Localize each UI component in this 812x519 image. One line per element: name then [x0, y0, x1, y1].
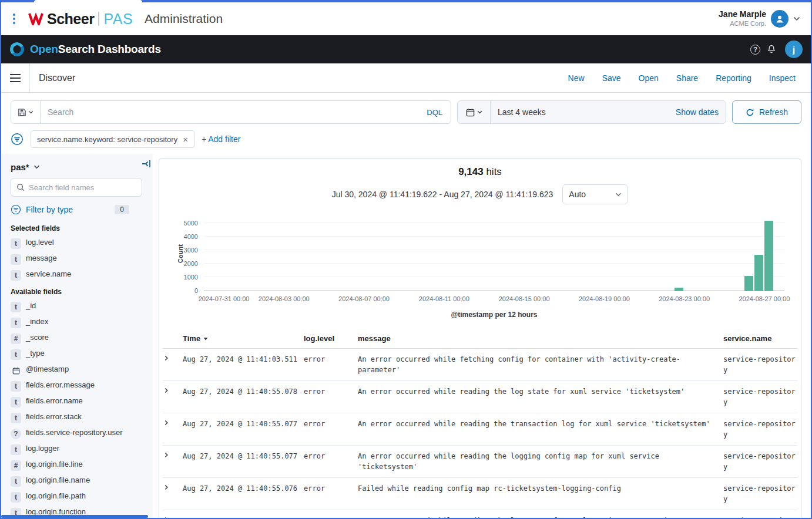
- field-item-log.origin.file.line[interactable]: #log.origin.file.line: [11, 457, 147, 473]
- expand-row-icon[interactable]: [163, 349, 180, 380]
- sidebar-horizontal-scrollbar[interactable]: [1, 515, 148, 518]
- chevron-down-icon[interactable]: [793, 16, 800, 21]
- nav-action-save[interactable]: Save: [602, 73, 621, 83]
- show-dates-link[interactable]: Show dates: [676, 107, 719, 117]
- remove-filter-icon[interactable]: ×: [183, 135, 188, 144]
- gridline: [204, 223, 784, 223]
- nav-action-reporting[interactable]: Reporting: [716, 73, 751, 83]
- field-search-input[interactable]: [29, 183, 136, 192]
- discover-main: 9,143 hits Jul 30, 2024 @ 11:41:19.622 -…: [153, 154, 811, 518]
- user-avatar-icon[interactable]: [771, 10, 788, 28]
- expand-row-icon[interactable]: [163, 381, 180, 413]
- nav-action-open[interactable]: Open: [639, 73, 659, 83]
- filter-set-icon[interactable]: [11, 133, 24, 146]
- filter-by-type-label: Filter by type: [26, 205, 73, 214]
- cell-time: Aug 27, 2024 @ 11:40:55.077: [183, 446, 301, 477]
- column-header-message[interactable]: message: [358, 334, 721, 343]
- filter-count-badge: 0: [115, 205, 129, 214]
- cell-message: An error occurred while reading the logg…: [358, 446, 721, 477]
- field-item-_type[interactable]: t_type: [11, 346, 147, 362]
- field-item-fields.error.stack[interactable]: tfields.error.stack: [11, 410, 147, 426]
- query-language-button[interactable]: DQL: [418, 101, 451, 123]
- kebab-menu-icon[interactable]: [8, 14, 20, 24]
- cell-service-name: service-repository: [723, 478, 797, 510]
- field-item-log.origin.file.path[interactable]: tlog.origin.file.path: [11, 489, 147, 505]
- histogram-bar[interactable]: [675, 288, 683, 291]
- column-header-service-name[interactable]: service.name: [723, 334, 797, 343]
- index-pattern-name: pas*: [11, 162, 29, 172]
- cell-time: Aug 27, 2024 @ 11:41:03.511: [183, 349, 301, 380]
- field-item-service.name[interactable]: tservice.name: [11, 267, 147, 283]
- search-input[interactable]: [41, 101, 418, 123]
- histogram-bar[interactable]: [744, 276, 753, 291]
- histogram-bar[interactable]: [754, 255, 763, 291]
- field-item-_score[interactable]: #_score: [11, 331, 147, 346]
- gridline: [204, 236, 784, 237]
- cell-message: An error occurred while fetching config …: [358, 349, 721, 380]
- osd-user-avatar[interactable]: j: [785, 41, 803, 58]
- menu-icon[interactable]: [1, 63, 30, 92]
- selected-fields-title: Selected fields: [11, 224, 147, 232]
- field-item-log.logger[interactable]: tlog.logger: [11, 442, 147, 457]
- expand-row-icon[interactable]: [163, 510, 180, 518]
- scheer-logo-icon: [28, 12, 43, 25]
- field-item-log.level[interactable]: tlog.level: [11, 235, 147, 251]
- histogram: Count 010002000300040005000 2024-07-31 0…: [169, 216, 784, 319]
- add-filter-button[interactable]: + Add filter: [202, 134, 241, 144]
- expand-row-icon[interactable]: [163, 446, 180, 477]
- field-item-fields.error.name[interactable]: tfields.error.name: [11, 394, 147, 410]
- x-axis-tick: 2024-08-03 00:00: [259, 295, 310, 302]
- interval-select[interactable]: Auto: [562, 184, 628, 204]
- field-item-fields.error.message[interactable]: tfields.error.message: [11, 378, 147, 394]
- index-pattern-select[interactable]: pas*: [11, 160, 147, 177]
- documents-table: Timelog.levelmessageservice.name Aug 27,…: [159, 331, 801, 518]
- field-type-string-icon: t: [11, 302, 21, 312]
- filter-pill[interactable]: service.name.keyword: service-repository…: [31, 130, 194, 148]
- cell-service-name: service-repository: [723, 510, 797, 518]
- column-header-time[interactable]: Time: [183, 334, 301, 343]
- collapse-sidebar-icon[interactable]: [142, 160, 151, 168]
- filter-pills: service.name.keyword: service-repository…: [31, 130, 194, 148]
- y-axis-tick: 5000: [184, 220, 198, 227]
- gridline: [204, 250, 784, 250]
- notifications-icon[interactable]: [766, 44, 777, 55]
- fields-sidebar: pas* Filter by type 0 Se: [1, 154, 153, 518]
- saved-query-button[interactable]: [11, 101, 41, 123]
- field-name: fields.error.message: [26, 380, 95, 390]
- user-menu[interactable]: Jane Marple ACME Corp.: [719, 9, 800, 28]
- date-quick-select-button[interactable]: [458, 101, 491, 123]
- field-item-_index[interactable]: t_index: [11, 315, 147, 331]
- field-type-string-icon: t: [11, 349, 21, 360]
- cell-log-level: error: [304, 478, 355, 510]
- histogram-bar[interactable]: [764, 221, 773, 291]
- filter-by-type-icon: [11, 204, 21, 215]
- column-header-log-level[interactable]: log.level: [304, 334, 355, 343]
- field-type-string-icon: t: [11, 381, 21, 392]
- time-range-value[interactable]: Last 4 weeks: [498, 107, 546, 117]
- nav-action-share[interactable]: Share: [676, 73, 698, 83]
- help-icon[interactable]: ?: [750, 45, 760, 55]
- content: pas* Filter by type 0 Se: [1, 154, 811, 518]
- field-item-log.origin.file.name[interactable]: tlog.origin.file.name: [11, 473, 147, 489]
- field-name: log.level: [26, 238, 54, 248]
- table-body: Aug 27, 2024 @ 11:41:03.511errorAn error…: [163, 349, 797, 518]
- field-item-_id[interactable]: t_id: [11, 299, 147, 315]
- column-label: Time: [183, 334, 200, 343]
- results-card: 9,143 hits Jul 30, 2024 @ 11:41:19.622 -…: [159, 159, 801, 518]
- selected-fields-list: tlog.leveltmessagetservice.name: [11, 235, 147, 283]
- cell-log-level: error: [304, 446, 355, 477]
- field-item-fields.service-repository.user[interactable]: ?fields.service-repository.user: [11, 426, 147, 442]
- field-item-@timestamp[interactable]: @timestamp: [11, 362, 147, 378]
- field-type-string-icon: t: [11, 492, 21, 503]
- refresh-button[interactable]: Refresh: [732, 100, 801, 124]
- nav-action-inspect[interactable]: Inspect: [769, 73, 796, 83]
- field-name: log.logger: [26, 444, 59, 454]
- filter-by-type-button[interactable]: Filter by type 0: [11, 203, 147, 220]
- expand-row-icon[interactable]: [163, 478, 180, 510]
- field-name: fields.error.name: [26, 396, 83, 406]
- expand-row-icon[interactable]: [163, 413, 180, 445]
- available-fields-title: Available fields: [11, 288, 147, 296]
- field-item-message[interactable]: tmessage: [11, 251, 147, 267]
- nav-action-new[interactable]: New: [568, 73, 585, 83]
- cell-message: An error occurred while reading the log …: [358, 381, 721, 413]
